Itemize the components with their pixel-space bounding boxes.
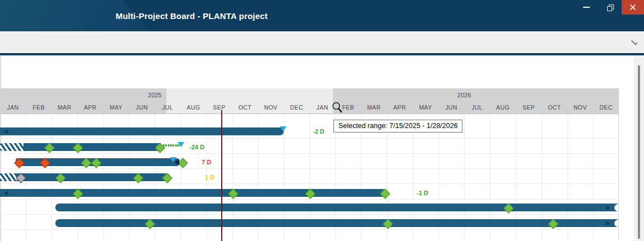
gantt-bar-project-1[interactable] xyxy=(0,127,284,135)
chevron-down-icon xyxy=(631,40,637,46)
month-label[interactable]: FEB xyxy=(26,101,51,114)
month-label[interactable]: JUL xyxy=(155,101,180,114)
gantt-bar-project-7[interactable] xyxy=(55,219,618,227)
window-controls xyxy=(575,0,644,15)
delay-label: -24 D xyxy=(189,144,204,150)
continues-right-icon: » xyxy=(605,219,609,227)
month-label[interactable]: APR xyxy=(78,101,103,114)
vertical-scrollbar[interactable] xyxy=(634,55,644,241)
delay-label: -1 D xyxy=(417,190,428,196)
row-separator xyxy=(0,153,619,154)
continues-left-icon: « xyxy=(4,127,8,135)
restore-icon xyxy=(607,4,613,11)
month-label[interactable]: MAY xyxy=(413,101,438,114)
bar-cut-right xyxy=(614,204,618,211)
month-label[interactable]: DEC xyxy=(284,101,309,114)
selected-range-tooltip: Selected range: 7/15/2025 - 1/28/2026 xyxy=(333,120,462,133)
row-separator xyxy=(0,214,619,215)
month-label[interactable]: SEP xyxy=(516,101,541,114)
month-label[interactable]: AUG xyxy=(490,101,516,114)
close-icon xyxy=(629,4,636,11)
month-label[interactable]: APR xyxy=(387,101,413,114)
month-label[interactable]: SEP xyxy=(206,101,232,114)
minimize-button[interactable] xyxy=(575,0,598,15)
close-button[interactable] xyxy=(622,0,644,15)
year-label: 2026 xyxy=(309,89,619,101)
app-window: Multi-Project Board - PLANTA project xyxy=(0,0,644,241)
delay-label: 7 D xyxy=(202,159,211,166)
row-separator xyxy=(0,168,619,169)
month-label[interactable]: JUN xyxy=(129,101,155,114)
window-title: Multi-Project Board - PLANTA project xyxy=(116,0,268,31)
month-label[interactable]: DEC xyxy=(593,101,619,114)
year-label: 2025 xyxy=(0,89,309,101)
gantt-bar-project-6[interactable] xyxy=(55,204,618,211)
titlebar[interactable]: Multi-Project Board - PLANTA project xyxy=(0,0,644,31)
end-marker-triangle-icon xyxy=(178,142,184,147)
month-label[interactable]: OCT xyxy=(232,101,258,114)
month-label[interactable]: MAR xyxy=(51,101,77,114)
panel-divider xyxy=(0,53,644,55)
month-label[interactable]: OCT xyxy=(542,101,567,114)
hatch-segment xyxy=(0,173,17,181)
scrollbar-thumb[interactable] xyxy=(638,65,640,239)
bar-cut-right xyxy=(614,220,618,227)
range-zoom-icon[interactable] xyxy=(332,101,343,114)
continues-left-icon: « xyxy=(4,189,8,197)
month-label[interactable]: JUN xyxy=(438,101,464,114)
month-label[interactable]: NOV xyxy=(567,101,593,114)
continues-right-icon: » xyxy=(605,204,609,211)
collapse-panel-button[interactable] xyxy=(627,37,641,48)
end-marker-triangle-icon xyxy=(280,126,287,131)
month-label[interactable]: NOV xyxy=(258,101,284,114)
row-separator xyxy=(0,138,619,139)
hatch-segment xyxy=(0,143,23,151)
delay-label: 1 D xyxy=(205,174,214,181)
toolbar-strip xyxy=(0,31,644,53)
delay-label: -2 D xyxy=(313,128,325,135)
gantt-bar-project-5[interactable] xyxy=(0,189,387,197)
row-separator xyxy=(0,183,619,184)
current-date-line xyxy=(221,110,222,241)
month-label[interactable]: MAY xyxy=(103,101,129,114)
month-label[interactable]: MAR xyxy=(361,101,387,114)
restore-button[interactable] xyxy=(598,0,622,15)
month-label[interactable]: JAN xyxy=(0,101,26,114)
month-label[interactable]: JUL xyxy=(464,101,490,114)
minimize-icon xyxy=(583,6,590,8)
row-separator xyxy=(0,229,619,230)
row-separator xyxy=(0,199,619,200)
month-label[interactable]: AUG xyxy=(180,101,206,114)
end-cap-arrow-icon xyxy=(174,159,179,166)
